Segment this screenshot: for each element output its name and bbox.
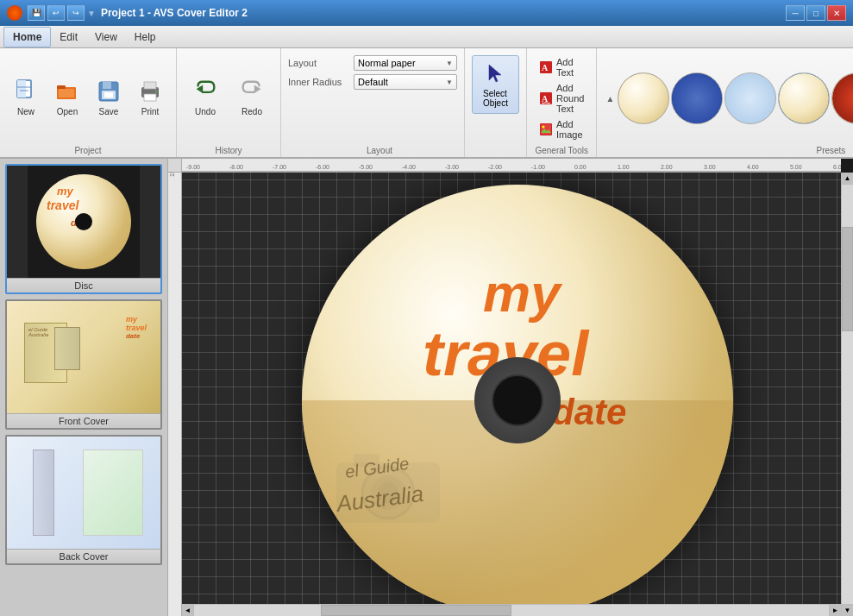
front-cover-thumbnail: my travel date el GuideAustralia <box>7 301 160 413</box>
svg-rect-23 <box>541 124 551 135</box>
preset-2[interactable] <box>671 72 723 124</box>
canvas-content[interactable]: el Guide Australia my travel date <box>182 173 853 616</box>
new-icon <box>12 78 40 105</box>
layout-select[interactable]: Normal paper ▼ <box>354 55 457 71</box>
disc-outer: el Guide Australia my travel date <box>302 185 733 616</box>
ribbon-layout-group: Layout Normal paper ▼ Inner Radius Defau… <box>281 48 465 157</box>
window-title: Project 1 - AVS Cover Editor 2 <box>101 7 248 19</box>
add-image-icon <box>539 123 553 136</box>
scroll-down-btn[interactable]: ▼ <box>842 604 853 616</box>
ribbon: New Open Save Print Project <box>0 48 853 159</box>
redo-button[interactable]: Redo <box>230 74 273 120</box>
general-tools-label: General Tools <box>527 146 596 155</box>
quick-redo[interactable]: ↪ <box>67 5 85 21</box>
back-cover-thumbnail <box>7 437 160 549</box>
ribbon-presets-group: ▲ A ▼ <box>597 48 853 157</box>
open-icon <box>53 78 81 105</box>
print-button[interactable]: Print <box>131 74 169 120</box>
ribbon-project-group: New Open Save Print Project <box>0 48 177 157</box>
left-panel: my travel date Disc my travel date el Gu <box>0 159 168 616</box>
panel-back-label: Back Cover <box>7 549 160 563</box>
title-bar: 💾 ↩ ↪ ▼ Project 1 - AVS Cover Editor 2 ─… <box>0 0 853 26</box>
add-image-button[interactable]: Add Image <box>534 117 589 141</box>
scroll-right-btn[interactable]: ► <box>829 605 841 616</box>
canvas-area[interactable]: -9.00 -8.00 -7.00 -6.00 -5.00 -4.00 -3.0… <box>168 159 853 616</box>
svg-text:A: A <box>542 94 549 104</box>
svg-rect-6 <box>59 89 74 97</box>
svg-point-24 <box>543 126 545 129</box>
undo-button[interactable]: Undo <box>184 74 227 120</box>
scroll-left-btn[interactable]: ◄ <box>182 605 194 616</box>
ruler-corner <box>168 159 182 173</box>
history-group-label: History <box>177 146 280 155</box>
disc-thumbnail: my travel date <box>7 166 160 278</box>
panel-front-label: Front Cover <box>7 413 160 428</box>
preset-1[interactable] <box>618 72 669 124</box>
ribbon-history-group: Undo Redo History <box>177 48 281 157</box>
preset-5[interactable] <box>831 72 853 124</box>
svg-rect-5 <box>57 85 66 89</box>
project-group-label: Project <box>0 146 176 155</box>
select-object-button[interactable]: Select Object <box>472 55 519 114</box>
presets-scroll-up[interactable]: ▲ <box>604 94 616 104</box>
svg-marker-17 <box>489 65 501 82</box>
svg-text:A: A <box>542 63 549 72</box>
menu-edit[interactable]: Edit <box>51 28 86 47</box>
panel-thumb-back[interactable]: Back Cover <box>5 435 162 565</box>
close-button[interactable]: ✕ <box>827 5 846 21</box>
quick-save[interactable]: 💾 <box>28 5 45 21</box>
add-round-text-button[interactable]: A Add Round Text <box>534 81 589 116</box>
menu-view[interactable]: View <box>86 28 126 47</box>
layout-group-label: Layout <box>288 146 471 155</box>
open-button[interactable]: Open <box>48 74 86 120</box>
svg-rect-8 <box>103 82 111 89</box>
scroll-up-btn[interactable]: ▲ <box>842 173 853 185</box>
add-text-button[interactable]: A Add Text <box>534 55 589 79</box>
svg-point-14 <box>155 90 158 92</box>
maximize-button[interactable]: □ <box>806 5 825 21</box>
minimize-button[interactable]: ─ <box>786 5 805 21</box>
layout-label: Layout <box>288 58 348 68</box>
svg-rect-13 <box>144 94 156 101</box>
quick-undo[interactable]: ↩ <box>47 5 65 21</box>
preset-4[interactable] <box>778 72 830 124</box>
radius-label: Inner Radius <box>288 77 348 87</box>
scroll-thumb-v[interactable] <box>842 227 853 332</box>
svg-rect-12 <box>144 82 156 89</box>
save-icon <box>95 78 122 105</box>
quick-access: 💾 ↩ ↪ ▼ <box>28 5 96 21</box>
add-round-text-icon: A <box>539 91 553 105</box>
main-area: my travel date Disc my travel date el Gu <box>0 159 853 616</box>
app-icon <box>7 5 22 21</box>
undo-icon <box>191 78 219 105</box>
new-button[interactable]: New <box>7 74 45 120</box>
ruler-vertical: 15 14 13 12 11 10 9 8 7 6 5 4 3 2 1 0 1 <box>168 173 182 616</box>
disc-center-hole <box>492 374 543 426</box>
save-button[interactable]: Save <box>90 74 128 120</box>
scrollbar-horizontal[interactable]: ◄ ► <box>182 604 841 616</box>
menu-bar: Home Edit View Help <box>0 26 853 48</box>
ribbon-general-tools-group: A Add Text A Add Round Text Add Image Ge… <box>527 48 597 157</box>
menu-help[interactable]: Help <box>126 28 165 47</box>
add-text-icon: A <box>539 60 553 74</box>
radius-select-arrow: ▼ <box>446 79 453 86</box>
disc-text-date: date <box>552 392 626 433</box>
disc-design[interactable]: el Guide Australia my travel date <box>302 185 733 616</box>
svg-rect-1 <box>17 80 26 97</box>
disc-text-my: my <box>483 262 561 324</box>
redo-icon <box>238 78 266 105</box>
scroll-thumb-h[interactable] <box>321 605 511 616</box>
ribbon-select-group: Select Object ‌ <box>465 48 527 157</box>
menu-home[interactable]: Home <box>3 27 51 47</box>
print-icon <box>136 78 164 105</box>
select-object-icon <box>484 61 508 87</box>
panel-disc-label: Disc <box>7 278 160 292</box>
ruler-horizontal: -9.00 -8.00 -7.00 -6.00 -5.00 -4.00 -3.0… <box>182 159 841 173</box>
panel-thumb-front[interactable]: my travel date el GuideAustralia Front C… <box>5 299 162 430</box>
svg-rect-10 <box>104 92 113 97</box>
scrollbar-vertical[interactable]: ▲ ▼ <box>841 173 853 616</box>
panel-thumb-disc[interactable]: my travel date Disc <box>5 164 162 294</box>
preset-3[interactable] <box>724 72 776 124</box>
radius-select[interactable]: Default ▼ <box>354 74 457 90</box>
layout-select-arrow: ▼ <box>446 60 453 67</box>
